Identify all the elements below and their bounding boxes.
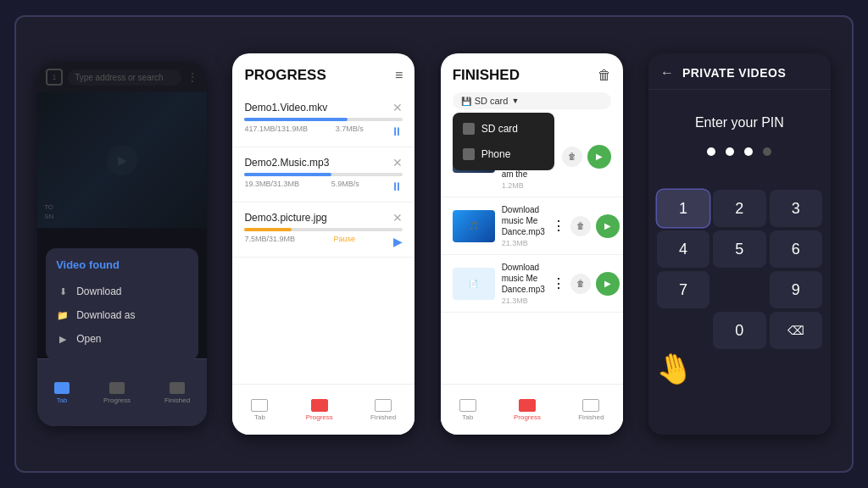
open-icon: ▶ (56, 332, 70, 346)
num-btn-1[interactable]: 1 (657, 190, 709, 227)
item2-name-row: Demo2.Music.mp3 ✕ (244, 156, 403, 169)
file1-size: 1.2MB (502, 181, 537, 190)
item3-progress-fill (244, 228, 292, 231)
num-btn-6[interactable]: 6 (770, 230, 822, 268)
file3-delete[interactable]: 🗑 (570, 274, 591, 294)
screen-progress: PROGRESS ≡ Demo1.Video.mkv ✕ 417.1MB/131… (232, 53, 415, 435)
s3-progress-icon (519, 399, 536, 412)
s2-nav-finished[interactable]: Finished (370, 399, 396, 421)
bottom-nav-screen2: Tab Progress Finished (232, 384, 415, 435)
item2-progress-fill (244, 173, 331, 176)
file3-more-icon[interactable]: ⋮ (552, 275, 565, 291)
download-item-3: Demo3.picture.jpg ✕ 7.5MB/31.9MB Pause ▶ (232, 202, 415, 258)
num-btn-2[interactable]: 2 (713, 190, 765, 227)
s3-nav-progress[interactable]: Progress (514, 399, 541, 421)
s2-tab-icon (251, 399, 268, 412)
item2-progress-bg (244, 173, 403, 176)
sd-icon (463, 123, 475, 135)
item3-pause-label: Pause (333, 235, 355, 248)
file2-more-icon[interactable]: ⋮ (552, 218, 565, 234)
finished-menu-icon[interactable]: 🗑 (598, 68, 611, 83)
finished-title: FINISHED (453, 67, 520, 84)
progress-header: PROGRESS ≡ (232, 53, 415, 92)
file2-actions: ⋮ 🗑 ▶ (552, 214, 620, 238)
progress-nav-label: Progress (103, 396, 131, 404)
file2-size: 21.3MB (502, 239, 545, 247)
screen-video-found: 1 Type address or search ⋮ ▶ TOSN Video … (37, 62, 207, 426)
tab-nav-icon (54, 382, 70, 394)
file3-size: 21.3MB (502, 297, 545, 305)
s3-nav-finished[interactable]: Finished (578, 399, 604, 421)
file2-delete[interactable]: 🗑 (570, 216, 591, 236)
item3-stats: 7.5MB/31.9MB Pause ▶ (244, 235, 403, 248)
item3-play-icon[interactable]: ▶ (393, 235, 403, 248)
s2-progress-icon (311, 399, 328, 412)
sd-option-phone[interactable]: Phone (453, 141, 554, 167)
item1-progress-fill (244, 118, 348, 121)
num-btn-backspace[interactable]: ⌫ (770, 312, 822, 349)
sd-card-label: SD card (475, 96, 509, 106)
download-as-menu-item[interactable]: 📁 Download as (56, 303, 188, 327)
back-arrow-icon[interactable]: ← (660, 65, 674, 80)
sd-option-sdcard[interactable]: SD card (453, 116, 554, 141)
open-menu-item[interactable]: ▶ Open (56, 327, 188, 351)
num-btn-7[interactable]: 7 (657, 271, 709, 308)
item2-stats: 19.3MB/31.3MB 5.9MB/s ⏸ (244, 180, 403, 193)
item2-close[interactable]: ✕ (392, 156, 403, 169)
finished-file-2: 🎵 Download music Me Dance.mp3 21.3MB ⋮ 🗑… (441, 197, 623, 255)
num-btn-empty2 (657, 312, 709, 349)
item2-pause-icon[interactable]: ⏸ (391, 180, 403, 193)
file3-play[interactable]: ▶ (596, 272, 620, 296)
item1-close[interactable]: ✕ (392, 101, 403, 114)
item2-stats-right: 5.9MB/s (331, 180, 359, 193)
nav-tab[interactable]: Tab (54, 382, 70, 404)
file1-play[interactable]: ▶ (587, 145, 611, 169)
item1-pause-icon[interactable]: ⏸ (391, 125, 403, 138)
download-menu-item[interactable]: ⬇ Download (56, 280, 188, 303)
download-label: Download (76, 286, 121, 297)
num-btn-3[interactable]: 3 (770, 190, 822, 227)
num-btn-empty (713, 271, 765, 308)
popup-title: Video found (56, 258, 188, 271)
nav-finished[interactable]: Finished (164, 382, 190, 404)
download-as-label: Download as (76, 309, 135, 321)
download-icon: ⬇ (56, 285, 70, 298)
item3-stats-left: 7.5MB/31.9MB (244, 235, 295, 248)
s3-nav-tab[interactable]: Tab (459, 399, 476, 421)
screen-finished: FINISHED 🗑 💾 SD card ▼ SD card Phone (441, 53, 623, 435)
sd-card-selector[interactable]: 💾 SD card ▼ SD card Phone (453, 92, 611, 109)
pin-area: Enter your PIN (648, 90, 831, 190)
item1-stats-left: 417.1MB/131.9MB (244, 125, 308, 138)
nav-progress[interactable]: Progress (103, 382, 131, 404)
item2-filename: Demo2.Music.mp3 (244, 157, 329, 169)
item3-close[interactable]: ✕ (392, 211, 403, 225)
finished-header: FINISHED 🗑 (441, 53, 623, 92)
file2-title: Download music Me Dance.mp3 (502, 204, 545, 237)
num-btn-5[interactable]: 5 (713, 230, 765, 268)
s2-nav-tab[interactable]: Tab (251, 399, 268, 421)
hand-cursor-icon: 🤚 (651, 347, 697, 391)
bottom-nav-screen3: Tab Progress Finished (441, 384, 623, 435)
progress-nav-icon (109, 382, 125, 394)
s2-finished-label: Finished (370, 413, 396, 421)
num-btn-0[interactable]: 0 (713, 312, 765, 349)
num-btn-4[interactable]: 4 (657, 230, 709, 268)
pin-dot-1 (707, 147, 715, 156)
file3-title: Download music Me Dance.mp3 (502, 262, 545, 295)
file2-play[interactable]: ▶ (596, 214, 620, 238)
finished-file-3: 📄 Download music Me Dance.mp3 21.3MB ⋮ 🗑… (441, 255, 623, 313)
num-btn-9[interactable]: 9 (770, 271, 822, 308)
app-frame: 1 Type address or search ⋮ ▶ TOSN Video … (14, 15, 854, 473)
pin-dots (707, 147, 771, 156)
item1-progress-bg (244, 118, 403, 121)
download-item-2: Demo2.Music.mp3 ✕ 19.3MB/31.3MB 5.9MB/s … (232, 147, 415, 202)
file1-delete[interactable]: 🗑 (562, 147, 582, 167)
sd-dropdown: SD card Phone (453, 113, 554, 170)
file3-info: Download music Me Dance.mp3 21.3MB (502, 262, 545, 305)
numpad: 1 2 3 4 5 6 7 9 0 ⌫ 🤚 (648, 190, 831, 349)
phone-icon (463, 148, 475, 160)
screen-private-videos: ← PRIVATE VIDEOS Enter your PIN 1 2 3 4 … (648, 53, 831, 435)
s2-nav-progress[interactable]: Progress (306, 399, 333, 421)
phone-option-label: Phone (481, 148, 511, 160)
progress-menu-icon[interactable]: ≡ (395, 68, 403, 83)
